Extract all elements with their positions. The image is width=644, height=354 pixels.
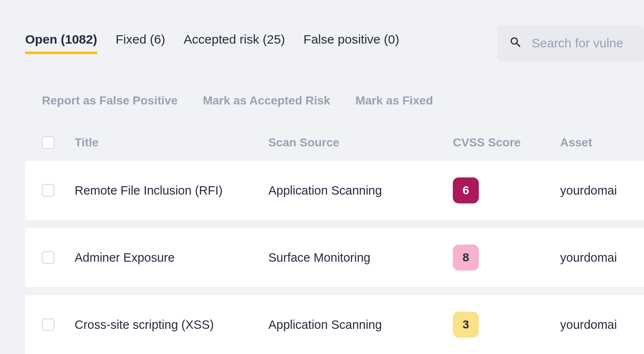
column-scan-source[interactable]: Scan Source [268, 136, 453, 149]
search-icon [509, 36, 522, 51]
table-row[interactable]: Adminer Exposure Surface Monitoring 8 yo… [25, 228, 644, 287]
table-row[interactable]: Cross-site scripting (XSS) Application S… [25, 295, 644, 354]
column-title[interactable]: Title [75, 136, 268, 149]
row-title: Adminer Exposure [75, 251, 268, 265]
tab-accepted-risk[interactable]: Accepted risk (25) [184, 32, 285, 54]
row-checkbox[interactable] [42, 318, 55, 331]
row-scan-source: Surface Monitoring [268, 251, 453, 265]
column-cvss-score[interactable]: CVSS Score [453, 136, 560, 149]
row-checkbox[interactable] [42, 251, 55, 264]
bulk-actions: Report as False Positive Mark as Accepte… [25, 94, 644, 107]
tab-fixed[interactable]: Fixed (6) [116, 32, 165, 54]
search-input[interactable] [532, 36, 632, 50]
mark-accepted-risk-button[interactable]: Mark as Accepted Risk [203, 94, 330, 107]
tab-false-positive[interactable]: False positive (0) [304, 32, 399, 54]
row-scan-source: Application Scanning [268, 184, 453, 198]
row-checkbox[interactable] [42, 184, 55, 197]
row-scan-source: Application Scanning [268, 318, 453, 332]
search-box[interactable] [497, 25, 644, 61]
table-header: Title Scan Source CVSS Score Asset [25, 131, 644, 161]
row-title: Remote File Inclusion (RFI) [75, 184, 268, 198]
report-false-positive-button[interactable]: Report as False Positive [42, 94, 178, 107]
column-asset[interactable]: Asset [560, 136, 644, 149]
row-asset: yourdomai [560, 184, 644, 198]
mark-fixed-button[interactable]: Mark as Fixed [356, 94, 433, 107]
table-body: Remote File Inclusion (RFI) Application … [25, 161, 644, 354]
cvss-badge: 3 [453, 312, 479, 338]
table-row[interactable]: Remote File Inclusion (RFI) Application … [25, 161, 644, 220]
row-title: Cross-site scripting (XSS) [75, 318, 268, 332]
row-asset: yourdomai [560, 251, 644, 265]
row-asset: yourdomai [560, 318, 644, 332]
cvss-badge: 8 [453, 245, 479, 271]
cvss-badge: 6 [453, 177, 479, 203]
tab-open[interactable]: Open (1082) [25, 32, 97, 54]
tabs: Open (1082) Fixed (6) Accepted risk (25)… [25, 32, 479, 54]
select-all-checkbox[interactable] [42, 136, 55, 149]
